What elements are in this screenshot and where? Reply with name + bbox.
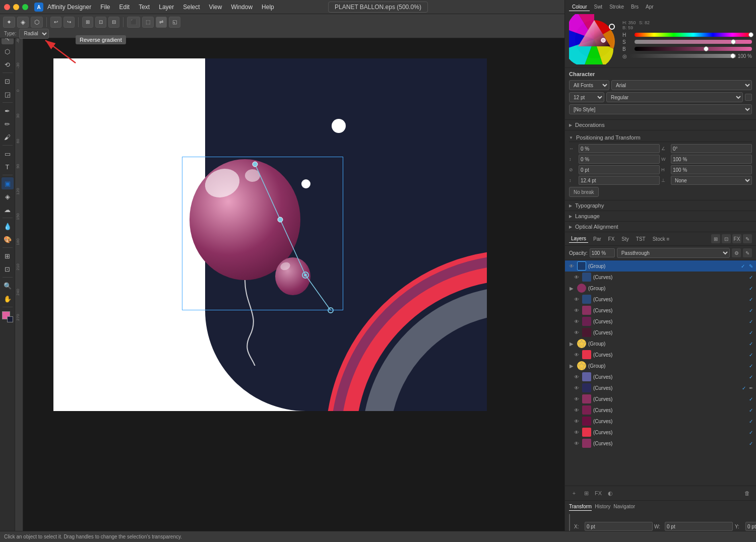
layer-item-9[interactable]: ▶ (Group) ✓ <box>565 360 756 371</box>
tab-stroke[interactable]: Stroke <box>606 3 627 11</box>
tab-swt[interactable]: Swt <box>591 3 605 11</box>
balloon-small[interactable] <box>275 257 310 295</box>
layer-item-13[interactable]: 👁 (Curves) ✓ <box>565 404 756 416</box>
layer-item-5[interactable]: 👁 (Curves) ✓ <box>565 316 756 327</box>
tool-pen[interactable]: ✒ <box>2 105 14 117</box>
type-select[interactable]: Radial <box>19 29 49 39</box>
reverse-gradient-btn[interactable]: ⇌ <box>156 17 167 28</box>
layer-vis-11[interactable]: 👁 <box>573 384 580 391</box>
layers-settings[interactable]: ⚙ <box>732 248 741 257</box>
layer-item-11[interactable]: 👁 (Curves) ✓ ✒ <box>565 382 756 393</box>
layer-vis-1[interactable]: 👁 <box>573 274 580 281</box>
angle-input[interactable] <box>671 144 752 153</box>
layer-vis-5[interactable]: 👁 <box>573 318 580 325</box>
minimize-button[interactable] <box>13 4 19 10</box>
layer-vis-9[interactable]: ▶ <box>568 362 575 369</box>
layer-item-3[interactable]: 👁 (Curves) ✓ <box>565 294 756 305</box>
tab-history[interactable]: History <box>595 504 610 511</box>
tab-navigator[interactable]: Navigator <box>613 504 635 511</box>
height-input[interactable] <box>671 165 752 174</box>
tab-sty[interactable]: Sty <box>619 235 631 243</box>
tool-text[interactable]: T <box>2 161 14 173</box>
layer-item-16[interactable]: 👁 (Curves) ✓ <box>565 438 756 449</box>
tool-fill[interactable]: ▣ <box>2 177 14 189</box>
maximize-button[interactable] <box>22 4 28 10</box>
gradient-tool-2[interactable]: ⬚ <box>142 17 154 28</box>
layer-vis-8[interactable]: 👁 <box>573 351 580 358</box>
layer-item-7[interactable]: ▶ (Group) ✓ <box>565 338 756 349</box>
layer-item-1[interactable]: 👁 (Curves) ✓ <box>565 272 756 283</box>
layer-vis-3[interactable]: 👁 <box>573 296 580 303</box>
layers-ctrl-2[interactable]: ⊡ <box>722 234 731 243</box>
language-section[interactable]: ▶ Language <box>565 211 756 222</box>
snap-btn[interactable]: ⊡ <box>95 17 106 28</box>
layers-ctrl-1[interactable]: ⊞ <box>711 234 720 243</box>
font-style-select[interactable]: Regular <box>606 92 743 102</box>
layer-item-8[interactable]: 👁 (Curves) ✓ <box>565 349 756 360</box>
gradient-tool-1[interactable]: ⬛ <box>127 17 140 28</box>
tab-layers[interactable]: Layers <box>569 235 588 243</box>
b-slider[interactable] <box>635 47 752 51</box>
tool-eyedropper[interactable]: 💧 <box>2 220 14 232</box>
layers-edit[interactable]: ✎ <box>743 248 752 257</box>
layer-vis-10[interactable]: 👁 <box>573 373 580 380</box>
layer-vis-0[interactable]: 👁 <box>568 262 575 269</box>
font-size-select[interactable]: 12 pt <box>569 92 604 102</box>
font-name-select[interactable]: Arial <box>611 80 752 90</box>
baseline-select[interactable]: None <box>671 176 752 185</box>
menu-help[interactable]: Help <box>258 3 278 12</box>
gradient-spread[interactable]: ◱ <box>169 17 180 28</box>
tool-corner[interactable]: ◲ <box>2 88 14 100</box>
tab-colour[interactable]: Colour <box>569 3 590 11</box>
tool-colorpicker[interactable]: 🎨 <box>2 233 14 245</box>
tool-crop[interactable]: ⊡ <box>2 75 14 87</box>
layer-vis-7[interactable]: ▶ <box>568 340 575 347</box>
close-button[interactable] <box>4 4 10 10</box>
tab-par[interactable]: Par <box>591 235 603 243</box>
typography-section[interactable]: ▶ Typography <box>565 200 756 211</box>
font-color-swatch[interactable] <box>745 94 752 101</box>
layer-vis-2[interactable]: ▶ <box>568 285 575 292</box>
layer-vis-16[interactable]: 👁 <box>573 440 580 447</box>
layer-edit-0[interactable]: ✎ <box>749 263 753 269</box>
layer-vis-13[interactable]: 👁 <box>573 406 580 414</box>
layer-item-2[interactable]: ▶ (Group) ✓ <box>565 283 756 294</box>
undo-btn[interactable]: ↩ <box>50 17 61 28</box>
layer-item-4[interactable]: 👁 (Curves) ✓ <box>565 305 756 316</box>
layer-vis-15[interactable]: 👁 <box>573 429 580 436</box>
tool-transparency[interactable]: ◈ <box>2 190 14 202</box>
tab-apr[interactable]: Apr <box>643 3 657 11</box>
layer-item-15[interactable]: 👁 (Curves) ✓ <box>565 427 756 438</box>
layer-vis-4[interactable]: 👁 <box>573 307 580 314</box>
tab-brs[interactable]: Brs <box>628 3 642 11</box>
add-group-btn[interactable]: ⊞ <box>581 488 591 498</box>
tool-zoom[interactable]: 🔍 <box>2 280 14 292</box>
tool-vector-brush[interactable]: 🖌 <box>2 131 14 143</box>
tool-frame[interactable]: ⊡ <box>2 263 14 275</box>
layer-item-0[interactable]: 👁 (Group) ✓ ✎ <box>565 260 756 272</box>
pos-expand[interactable]: ▼ Positioning and Transform <box>569 133 752 142</box>
tool-shadow[interactable]: ☁ <box>2 204 14 216</box>
ty-input[interactable] <box>745 522 756 531</box>
y-input[interactable] <box>579 155 660 164</box>
toolbar-persona-export[interactable]: ⬡ <box>31 17 43 28</box>
tab-stock[interactable]: Stock ≡ <box>651 235 672 243</box>
width-input[interactable] <box>671 155 752 164</box>
align-btn[interactable]: ⊟ <box>108 17 119 28</box>
opacity-slider[interactable] <box>629 54 736 58</box>
optical-alignment-section[interactable]: ▶ Optical Alignment <box>565 222 756 232</box>
style-select[interactable]: [No Style] <box>569 104 752 114</box>
canvas[interactable] <box>53 58 487 411</box>
tx-input[interactable] <box>585 522 653 531</box>
tw-input[interactable] <box>665 522 733 531</box>
decorations-section[interactable]: ▶ Decorations <box>565 120 756 130</box>
layer-item-10[interactable]: 👁 (Curves) ✓ <box>565 371 756 382</box>
layers-opacity-input[interactable] <box>590 248 615 257</box>
layers-ctrl-4[interactable]: ✎ <box>743 234 752 243</box>
tab-transform[interactable]: Transform <box>569 504 592 511</box>
blend-mode-select[interactable]: Passthrough <box>617 248 730 258</box>
balloon-group[interactable] <box>190 159 300 280</box>
toolbar-persona-design[interactable]: ✦ <box>3 17 15 28</box>
color-wheel[interactable] <box>569 14 619 64</box>
tool-transform[interactable]: ⟲ <box>2 58 14 71</box>
